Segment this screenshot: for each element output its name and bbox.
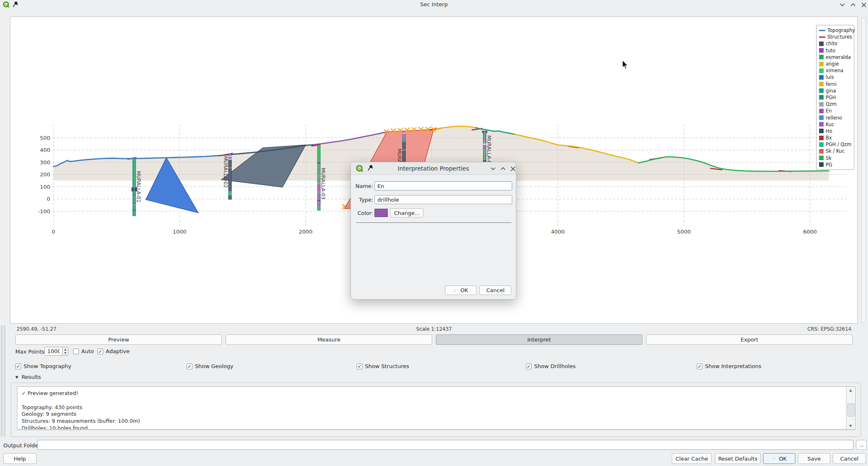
legend-swatch [819, 68, 824, 73]
spin-up-icon[interactable]: ▲ [64, 348, 66, 351]
legend-swatch [819, 62, 824, 66]
browse-button[interactable]: ... [856, 440, 867, 450]
legend-label: Ho [826, 128, 832, 134]
spinner-arrows[interactable]: ▲ ▼ [62, 347, 68, 356]
legend-item: ximena [817, 67, 854, 74]
results-line: ✓ Preview generated! [22, 390, 843, 397]
dialog-ok-button[interactable]: ✓OK [445, 285, 477, 295]
splitter-grip[interactable] [4, 325, 5, 437]
legend-swatch [819, 122, 824, 127]
legend-item: Bx [817, 134, 854, 141]
show-interpretations-checkbox[interactable]: ✓Show Interpretations [697, 363, 761, 369]
scale-readout: Scale 1:12437 [0, 326, 868, 332]
legend-label: relleno [826, 115, 842, 121]
interpret-mode-button[interactable]: Interpret [436, 334, 642, 345]
show-geology-checkbox[interactable]: ✓Show Geology [187, 363, 233, 369]
checkbox-box[interactable]: ✓ [357, 364, 362, 369]
color-swatch[interactable] [374, 209, 388, 217]
legend-item: PGH [817, 94, 854, 101]
legend-label: Sk [826, 155, 832, 161]
measure-mode-button[interactable]: Measure [226, 334, 432, 345]
show-topography-checkbox[interactable]: ✓Show Topography [15, 363, 71, 369]
change-color-button[interactable]: Change... [390, 208, 423, 217]
legend-label: Structures [827, 34, 852, 40]
max-points-input[interactable] [44, 347, 63, 356]
show-structures-checkbox[interactable]: ✓Show Structures [357, 363, 409, 369]
ok-button[interactable]: ✓OK [763, 453, 795, 464]
auto-checkbox-box[interactable] [73, 349, 79, 354]
legend-item: Structures [817, 34, 854, 40]
legend-item: Topography [817, 27, 854, 34]
legend-label: gina [826, 88, 836, 94]
checkbox-box[interactable]: ✓ [15, 364, 21, 369]
legend-item: Qzm [817, 101, 854, 107]
legend-swatch [819, 48, 824, 53]
results-line: Structures: 9 measurements (buffer: 100.… [22, 418, 843, 425]
title-bar: Sec Interp [0, 0, 868, 9]
scroll-down-icon[interactable]: ▼ [846, 422, 855, 429]
drillhole-MURALLA-02[interactable]: MURALLA-02 [223, 154, 232, 200]
reset-defaults-button[interactable]: Reset Defaults [715, 453, 761, 464]
legend-swatch [819, 162, 824, 167]
results-vertical-scrollbar[interactable]: ▲ ▼ [846, 387, 855, 429]
splitter-grip[interactable] [1, 325, 2, 437]
scrollbar-thumb[interactable] [847, 403, 855, 417]
legend-item: Sk / Kuc [817, 148, 854, 154]
color-label: Color: [355, 210, 373, 216]
legend-label: Bx [826, 135, 832, 141]
mouse-cursor [620, 59, 629, 70]
legend-label: angie [826, 61, 839, 67]
results-header-label: Results [22, 374, 41, 380]
show-drillholes-checkbox[interactable]: ✓Show Drillholes [526, 363, 576, 369]
checkbox-box[interactable]: ✓ [187, 364, 192, 369]
window-close-icon[interactable] [860, 1, 868, 8]
output-folder-input[interactable] [37, 440, 853, 450]
dialog-cancel-button[interactable]: Cancel [479, 285, 511, 295]
max-points-stepper[interactable]: ▲ ▼ [44, 347, 68, 356]
collapse-triangle-icon[interactable]: ▼ [15, 375, 18, 379]
legend-label: PG [826, 162, 832, 168]
spin-down-icon[interactable]: ▼ [64, 351, 66, 355]
legend-swatch [819, 37, 825, 38]
canvas-right-scroll-track[interactable] [861, 17, 866, 323]
clear-cache-button[interactable]: Clear Cache [672, 453, 712, 464]
results-collapse-header[interactable]: ▼ Results [15, 374, 41, 380]
legend-label: chito [826, 41, 837, 46]
x-tick-label: 6000 [803, 229, 817, 235]
checkbox-box[interactable]: ✓ [697, 364, 703, 369]
x-tick-label: 4000 [551, 229, 564, 235]
results-horizontal-scrollbar[interactable] [17, 430, 855, 435]
window-maximize-icon[interactable] [849, 1, 857, 8]
legend-label: PGH / Qzm [826, 142, 851, 147]
drillhole-label: MURALLA-01 [136, 171, 141, 203]
dialog-shade-icon[interactable] [489, 165, 497, 172]
cancel-button[interactable]: Cancel [833, 453, 866, 464]
legend-label: ximena [826, 68, 844, 73]
type-label: Type: [355, 197, 373, 203]
dialog-maximize-icon[interactable] [499, 165, 507, 172]
scroll-up-icon[interactable]: ▲ [846, 387, 855, 393]
legend-item: relleno [817, 114, 854, 121]
y-tick-label: 300 [40, 159, 50, 166]
help-button[interactable]: Help [3, 453, 36, 464]
auto-checkbox[interactable]: Auto [73, 348, 94, 354]
type-field[interactable] [374, 195, 512, 204]
checkbox-label: Show Topography [24, 363, 71, 369]
checkbox-box[interactable]: ✓ [526, 364, 532, 369]
adaptive-checkbox-box[interactable]: ✓ [97, 349, 103, 354]
dialog-title-bar[interactable]: Interpretation Properties [351, 162, 516, 175]
results-log[interactable]: ✓ Preview generated! Topography: 430 poi… [17, 386, 856, 429]
name-field[interactable] [374, 181, 512, 190]
crs-readout: CRS: EPSG:32614 [807, 326, 851, 332]
preview-mode-button[interactable]: Preview [15, 334, 222, 345]
export-mode-button[interactable]: Export [646, 334, 853, 345]
results-line: Drillholes: 10 holes found [22, 425, 843, 429]
results-line [22, 397, 843, 404]
dialog-close-icon[interactable] [509, 165, 517, 172]
save-button[interactable]: Save [798, 453, 830, 464]
window-shade-icon[interactable] [839, 1, 846, 8]
adaptive-checkbox[interactable]: ✓ Adaptive [97, 348, 130, 354]
x-tick-label: 1000 [173, 229, 186, 235]
legend-label: Sk / Kuc [826, 148, 845, 154]
legend-item: PGH / Qzm [817, 141, 854, 148]
